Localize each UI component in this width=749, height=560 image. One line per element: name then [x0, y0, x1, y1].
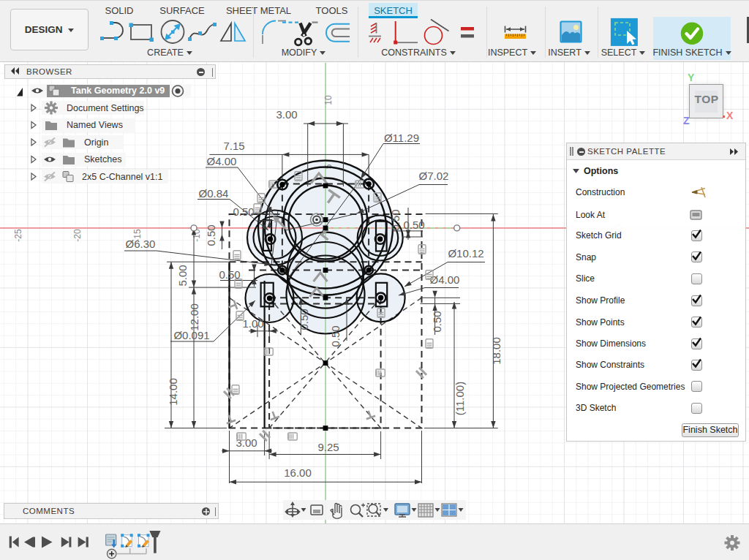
svg-text:9.25: 9.25: [317, 441, 339, 453]
svg-text:5.00: 5.00: [176, 265, 189, 286]
svg-text:Ø7.02: Ø7.02: [419, 170, 449, 182]
svg-text:Ø10.12: Ø10.12: [448, 247, 483, 260]
svg-text:Ø4.00: Ø4.00: [430, 273, 460, 286]
svg-text:-20: -20: [72, 229, 83, 242]
svg-text:14.00: 14.00: [167, 378, 179, 406]
svg-text:16.00: 16.00: [284, 466, 312, 479]
svg-text:Ø11.29: Ø11.29: [384, 132, 419, 144]
svg-text:1.00: 1.00: [242, 317, 263, 330]
svg-text:12.00: 12.00: [188, 303, 200, 331]
svg-text:Ø6.30: Ø6.30: [126, 238, 156, 250]
svg-text:0.50: 0.50: [431, 311, 443, 332]
svg-text:3.00: 3.00: [276, 108, 297, 121]
svg-text:10: 10: [323, 95, 334, 105]
svg-text:-25: -25: [13, 229, 23, 242]
svg-text:7.15: 7.15: [223, 140, 244, 152]
svg-text:0.50: 0.50: [298, 309, 310, 330]
svg-text:(11.00): (11.00): [453, 382, 466, 415]
svg-text:0.50: 0.50: [329, 325, 342, 347]
svg-text:3.00: 3.00: [236, 436, 257, 449]
svg-text:18.00: 18.00: [490, 337, 503, 365]
svg-text:0.50: 0.50: [233, 205, 254, 218]
svg-text:0.50: 0.50: [205, 224, 217, 246]
svg-text:0.50: 0.50: [403, 219, 424, 231]
svg-text:0.50: 0.50: [389, 209, 402, 230]
